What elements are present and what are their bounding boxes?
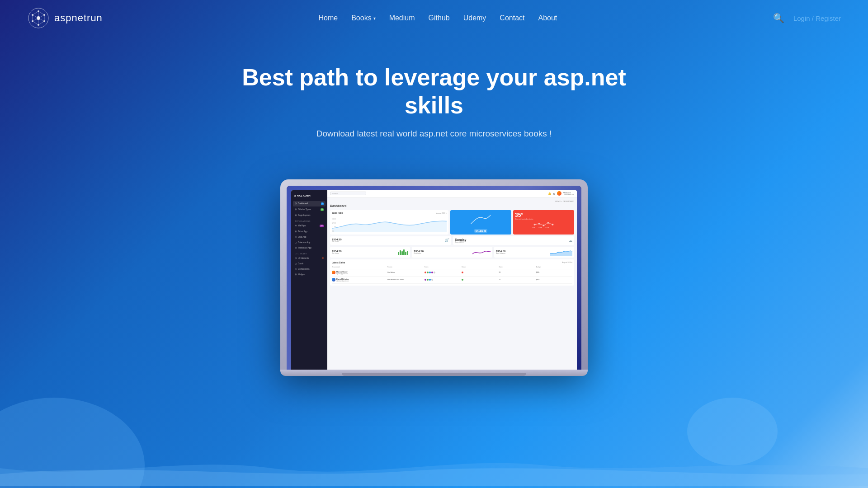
svg-line-10 [38, 21, 44, 25]
team-dots-1: + [425, 272, 461, 273]
sidebar-item-sidebar-types[interactable]: ⊟ Sidebar Types on [293, 207, 326, 212]
search-icon[interactable]: 🔍 [773, 13, 784, 23]
navbar: aspnetrun Home Books ▾ Medium Github Ude… [0, 0, 868, 36]
dash-topbar-right: 🔔 ⚙ Welcome Johnathan Doe [548, 191, 574, 196]
svg-text:8 AM: 8 AM [533, 227, 536, 229]
nav-about[interactable]: About [538, 14, 557, 22]
nav-links: Home Books ▾ Medium Github Udemy Contact… [318, 14, 557, 22]
svg-text:30: 30 [332, 218, 336, 220]
nav-home[interactable]: Home [318, 14, 338, 22]
dash-topbar: Search 🔔 ⚙ Welcome Johnathan Doe [327, 190, 577, 197]
nav-github[interactable]: Github [429, 14, 450, 22]
sidebar-section-applications: Applications [293, 218, 326, 223]
laptop-base [280, 370, 588, 376]
nav-udemy[interactable]: Udemy [463, 14, 486, 22]
logo-link[interactable]: aspnetrun [27, 7, 103, 29]
taskboard-icon: ⊞ [295, 247, 297, 249]
laptop-bezel: ⊞ NICE ADMIN ⊡ Dashboard 5 ⊟ Sidebar Typ… [287, 186, 581, 370]
svg-line-16 [38, 18, 44, 21]
dashboard-preview: ⊞ NICE ADMIN ⊡ Dashboard 5 ⊟ Sidebar Typ… [291, 190, 577, 370]
sidebar-item-calendar[interactable]: ◻ Calendar App [293, 240, 326, 245]
hero-section: Best path to leverage your asp.net skill… [0, 36, 868, 179]
hero-subtitle: Download latest real world asp.net core … [9, 129, 859, 139]
day-card: Sunday August 2019 ☁ [453, 236, 574, 245]
sidebar-item-widgets[interactable]: ⊟ Widgets [293, 272, 326, 277]
svg-line-8 [38, 11, 44, 15]
sales-ratio-card: Sales Ratio August 2019 ▾ 0 10 [330, 210, 448, 235]
chevron-down-icon: ▾ [373, 16, 376, 21]
table-columns: Team Lead Project Team Status Store Budg… [332, 265, 572, 269]
sidebar-item-chat[interactable]: ◎ Chat App [293, 235, 326, 239]
svg-line-15 [38, 15, 44, 18]
wave-decoration [0, 450, 868, 488]
dash-content: HOME > DASHBOARD Dashboard Sales Ratio A… [327, 197, 577, 370]
team-dots-2: + [425, 279, 461, 281]
page-title: Dashboard [330, 204, 574, 207]
nav-right: 🔍 Login / Register [773, 13, 841, 23]
sidebar-types-icon: ⊟ [295, 208, 297, 211]
dashboard-badge: 5 [321, 202, 324, 205]
status-dot-2 [462, 279, 463, 281]
status-dot-1 [462, 272, 463, 273]
nav-contact[interactable]: Contact [500, 14, 524, 22]
mail-icon: ✉ [295, 225, 297, 227]
ui-elements-icon: ⊡ [295, 257, 297, 259]
svg-text:12 PM: 12 PM [538, 227, 542, 229]
svg-text:0: 0 [332, 230, 334, 232]
nav-books[interactable]: Books ▾ [351, 14, 375, 22]
svg-text:08 PM: 08 PM [545, 227, 549, 229]
user-avatar-1 [332, 271, 335, 274]
laptop-screen: ⊞ NICE ADMIN ⊡ Dashboard 5 ⊟ Sidebar Typ… [287, 186, 581, 370]
sidebar-item-taskboard[interactable]: ⊞ Taskboard App [293, 245, 326, 250]
user-avatar-2 [332, 278, 335, 282]
topbar-settings-icon[interactable]: ⚙ [553, 192, 555, 195]
weather-card: 35° Clear with periodic clouds. [513, 210, 574, 235]
sidebar-types-badge: on [321, 208, 324, 211]
bar-chart-1 [398, 249, 408, 255]
sales-chart-mini [452, 212, 509, 228]
stat-card-3: $354.50 Main Balance [494, 247, 574, 258]
ui-elements-badge [322, 258, 324, 258]
stat-card-1: $354.50 Net Sales [330, 247, 410, 258]
table-cell-name-2: Daniel Kristian dkristian@gmail.com [332, 278, 386, 282]
sidebar-section-ui: UI Library [293, 251, 326, 256]
latest-sales-table: Latest Sales August 2019 ▾ Team Lead Pro… [330, 259, 574, 286]
stat-card-2: $354.50 Nett Sales [412, 247, 492, 258]
logo-icon [27, 7, 50, 29]
sales-chart: 0 10 20 30 [332, 216, 447, 232]
cloud-icon: ☁ [569, 239, 572, 243]
svg-text:20: 20 [332, 222, 336, 224]
sidebar-item-components[interactable]: ◎ Components [293, 267, 326, 272]
topbar-bell-icon[interactable]: 🔔 [548, 192, 551, 195]
hero-title: Best path to leverage your asp.net skill… [231, 63, 637, 120]
sidebar-item-ui-elements[interactable]: ⊡ UI Elements [293, 256, 326, 261]
page-layouts-icon: ⊞ [295, 214, 297, 216]
sidebar-item-ticket[interactable]: ⊠ Ticket App [293, 229, 326, 234]
dash-main: Search 🔔 ⚙ Welcome Johnathan Doe [327, 190, 577, 370]
components-icon: ◎ [295, 268, 297, 270]
sidebar-item-dashboard[interactable]: ⊡ Dashboard 5 [293, 201, 326, 206]
sidebar-item-page-layouts[interactable]: ⊞ Page Layouts [293, 213, 326, 218]
login-register-link[interactable]: Login / Register [793, 14, 841, 22]
dash-sidebar: ⊞ NICE ADMIN ⊡ Dashboard 5 ⊟ Sidebar Typ… [291, 190, 327, 370]
bg-decoration-2 [687, 398, 778, 465]
table-cell-name-1: Hanna Gover hgover@gmail.com [332, 271, 386, 275]
dashboard-icon: ⊡ [295, 202, 297, 205]
svg-line-11 [33, 21, 38, 25]
net-sales-card: $354.50 Net Sales 🛒 [330, 236, 451, 245]
laptop-mockup: ⊞ NICE ADMIN ⊡ Dashboard 5 ⊟ Sidebar Typ… [280, 179, 588, 376]
nav-medium[interactable]: Medium [389, 14, 415, 22]
svg-line-18 [33, 18, 38, 21]
sidebar-item-cards[interactable]: ◻ Cards [293, 261, 326, 266]
sidebar-item-mail[interactable]: ✉ Mail App 247 [293, 223, 326, 229]
dash-sidebar-header: ⊞ NICE ADMIN [293, 193, 326, 198]
bg-decoration-1 [0, 398, 145, 488]
breadcrumb: HOME > DASHBOARD [330, 200, 574, 202]
sales-card: SALES 20 [450, 210, 511, 235]
dash-search-input[interactable]: Search [330, 192, 366, 195]
sidebar-logo-icon: ⊞ [294, 194, 296, 197]
table-row: Daniel Kristian dkristian@gmail.com Real… [332, 277, 572, 284]
info-row: $354.50 Net Sales 🛒 [330, 236, 574, 245]
chat-icon: ◎ [295, 236, 297, 238]
user-avatar [557, 191, 561, 196]
